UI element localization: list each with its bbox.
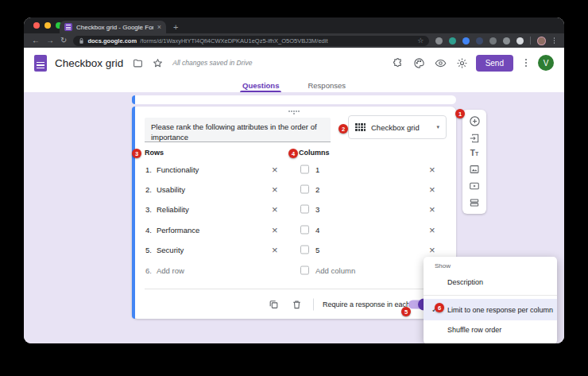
column-label-input[interactable]: 1 bbox=[315, 165, 319, 173]
show-options-menu: Show Description ✓ Limit to one response… bbox=[424, 257, 557, 343]
delete-row-icon[interactable]: × bbox=[272, 244, 278, 254]
delete-row-icon[interactable]: × bbox=[272, 164, 278, 174]
browser-tab[interactable]: Checkbox grid - Google Forms × bbox=[60, 21, 166, 33]
question-type-value: Checkbox grid bbox=[371, 123, 420, 132]
grid-row: 1. Functionality × 1 × bbox=[132, 159, 456, 179]
add-title-description-icon[interactable]: TT bbox=[470, 149, 478, 157]
column-checkbox bbox=[300, 204, 309, 213]
forms-logo-icon[interactable] bbox=[34, 55, 47, 72]
new-tab-button[interactable]: + bbox=[173, 23, 178, 32]
star-form-icon[interactable] bbox=[153, 58, 163, 68]
window-controls bbox=[33, 22, 62, 29]
row-label-input[interactable]: Security bbox=[157, 245, 184, 254]
columns-header: Columns bbox=[299, 149, 330, 157]
more-options-icon[interactable] bbox=[523, 59, 529, 67]
reload-icon[interactable]: ↻ bbox=[60, 37, 67, 45]
bookmark-star-icon[interactable]: ☆ bbox=[417, 37, 424, 45]
grid-row: 2. Usability × 2 × bbox=[132, 179, 456, 199]
column-label-input[interactable]: 3 bbox=[315, 204, 319, 213]
forms-favicon-icon bbox=[64, 23, 72, 31]
column-label-input[interactable]: 5 bbox=[315, 245, 319, 254]
add-video-icon[interactable] bbox=[469, 180, 480, 192]
question-type-dropdown[interactable]: Checkbox grid ▾ bbox=[348, 115, 447, 139]
move-to-folder-icon[interactable] bbox=[133, 58, 143, 68]
drag-handle-icon[interactable] bbox=[288, 110, 300, 114]
delete-column-icon[interactable]: × bbox=[429, 184, 435, 194]
add-section-icon[interactable] bbox=[469, 197, 480, 208]
question-title-input[interactable]: Please rank the following attributes in … bbox=[145, 118, 331, 142]
chrome-menu-icon[interactable] bbox=[552, 37, 557, 44]
extension-icon[interactable] bbox=[516, 37, 524, 45]
annotation-badge-1: 1 bbox=[455, 109, 465, 118]
add-row-button[interactable]: Add row bbox=[157, 266, 184, 274]
browser-tab-strip: Checkbox grid - Google Forms × + bbox=[24, 17, 564, 33]
url-host: docs.google.com bbox=[87, 37, 137, 45]
form-canvas: Please rank the following attributes in … bbox=[24, 92, 564, 343]
row-number: 1. bbox=[145, 165, 152, 173]
address-bar[interactable]: docs.google.com /forms/d/1WaxyHtYTI4Qfi4… bbox=[73, 36, 429, 46]
back-icon[interactable]: ← bbox=[32, 37, 40, 45]
delete-column-icon[interactable]: × bbox=[429, 244, 435, 254]
browser-toolbar: ← → ↻ docs.google.com /forms/d/1WaxyHtYT… bbox=[24, 33, 564, 48]
row-label-input[interactable]: Functionality bbox=[157, 165, 199, 173]
tab-responses[interactable]: Responses bbox=[305, 78, 348, 92]
delete-column-icon[interactable]: × bbox=[429, 224, 435, 235]
settings-gear-icon[interactable] bbox=[456, 57, 468, 69]
grid-row: 5. Security × 5 × bbox=[132, 239, 456, 259]
annotation-badge-5: 5 bbox=[401, 307, 411, 316]
url-path: /forms/d/1WaxyHtYTI4Qfi4CWXeDPKAU1eQz5-i… bbox=[140, 37, 327, 45]
form-title[interactable]: Checkbox grid bbox=[55, 57, 123, 69]
row-number: 4. bbox=[145, 225, 152, 234]
column-checkbox bbox=[300, 245, 309, 254]
annotation-badge-2: 2 bbox=[338, 124, 348, 134]
browser-profile-avatar[interactable] bbox=[537, 37, 545, 45]
send-button[interactable]: Send bbox=[476, 55, 513, 72]
preview-eye-icon[interactable] bbox=[435, 57, 447, 69]
form-title-card-partial[interactable] bbox=[132, 95, 456, 104]
footer-divider bbox=[313, 298, 314, 310]
delete-column-icon[interactable]: × bbox=[429, 164, 435, 174]
delete-column-icon[interactable]: × bbox=[429, 204, 435, 214]
addons-puzzle-icon[interactable] bbox=[392, 57, 404, 69]
theme-palette-icon[interactable] bbox=[413, 57, 425, 69]
row-label-input[interactable]: Usability bbox=[157, 184, 185, 193]
checkbox-grid-icon bbox=[355, 123, 366, 131]
row-label-input[interactable]: Performance bbox=[157, 225, 199, 234]
annotation-badge-3: 3 bbox=[132, 149, 141, 158]
extension-icon[interactable] bbox=[489, 37, 497, 45]
row-number: 6. bbox=[145, 266, 152, 274]
extension-icon[interactable] bbox=[476, 37, 483, 45]
delete-row-icon[interactable]: × bbox=[272, 184, 278, 194]
add-image-icon[interactable] bbox=[469, 164, 480, 175]
extension-icon[interactable] bbox=[503, 37, 510, 45]
column-label-input[interactable]: 4 bbox=[315, 225, 319, 234]
column-checkbox bbox=[300, 184, 309, 193]
extension-icon[interactable] bbox=[435, 37, 443, 45]
import-questions-icon[interactable] bbox=[469, 133, 480, 144]
grid-row: 3. Reliability × 3 × bbox=[132, 199, 456, 219]
duplicate-icon[interactable] bbox=[269, 299, 279, 309]
column-label-input[interactable]: 2 bbox=[315, 184, 319, 193]
menu-item-description[interactable]: Description bbox=[424, 273, 557, 292]
add-column-button[interactable]: Add column bbox=[315, 266, 355, 274]
delete-row-icon[interactable]: × bbox=[272, 224, 278, 235]
add-question-icon[interactable] bbox=[469, 115, 481, 127]
forward-icon[interactable]: → bbox=[46, 37, 54, 45]
minimize-window-button[interactable] bbox=[44, 22, 51, 29]
account-avatar[interactable]: V bbox=[538, 55, 554, 71]
delete-row-icon[interactable]: × bbox=[272, 204, 278, 214]
rows-header: Rows bbox=[145, 149, 164, 157]
grid-row-add: 6. Add row Add column bbox=[132, 260, 456, 280]
form-nav-tabs: Questions Responses bbox=[24, 78, 564, 92]
save-status: All changes saved in Drive bbox=[172, 59, 252, 67]
forms-header: Checkbox grid All changes saved in Drive… bbox=[24, 48, 564, 78]
close-window-button[interactable] bbox=[33, 22, 40, 29]
extension-icon[interactable] bbox=[462, 37, 470, 45]
delete-icon[interactable] bbox=[292, 299, 302, 309]
menu-item-shuffle-rows[interactable]: Shuffle row order bbox=[424, 320, 557, 339]
tab-close-icon[interactable]: × bbox=[157, 24, 161, 31]
extension-icon[interactable] bbox=[449, 37, 456, 45]
grid-row: 4. Performance × 4 × bbox=[132, 219, 456, 239]
tab-questions[interactable]: Questions bbox=[240, 78, 281, 92]
row-label-input[interactable]: Reliability bbox=[157, 204, 189, 213]
